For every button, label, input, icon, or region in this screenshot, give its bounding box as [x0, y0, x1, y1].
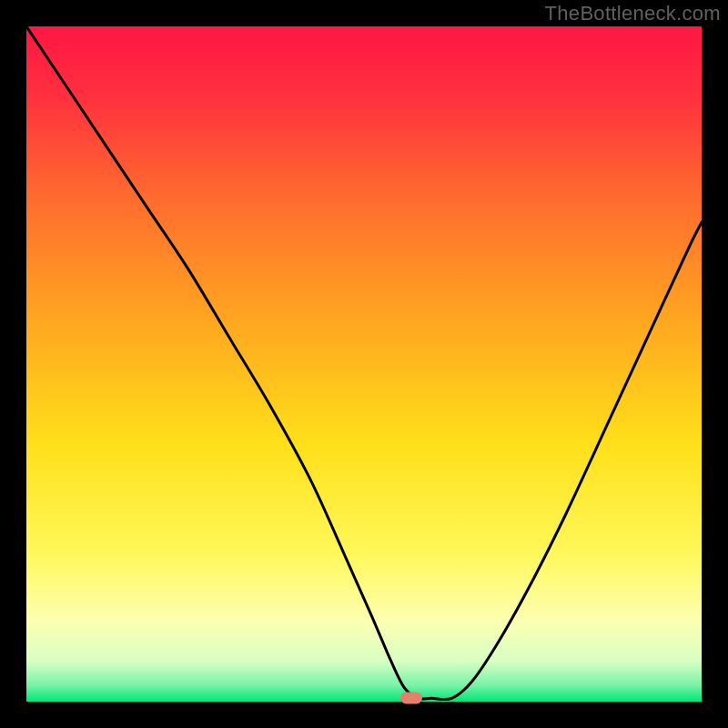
- plot-area: [26, 26, 702, 702]
- chart-svg: [26, 26, 702, 702]
- watermark-text: TheBottleneck.com: [545, 2, 721, 25]
- chart-frame: TheBottleneck.com: [0, 0, 728, 728]
- optimal-marker: [400, 693, 422, 704]
